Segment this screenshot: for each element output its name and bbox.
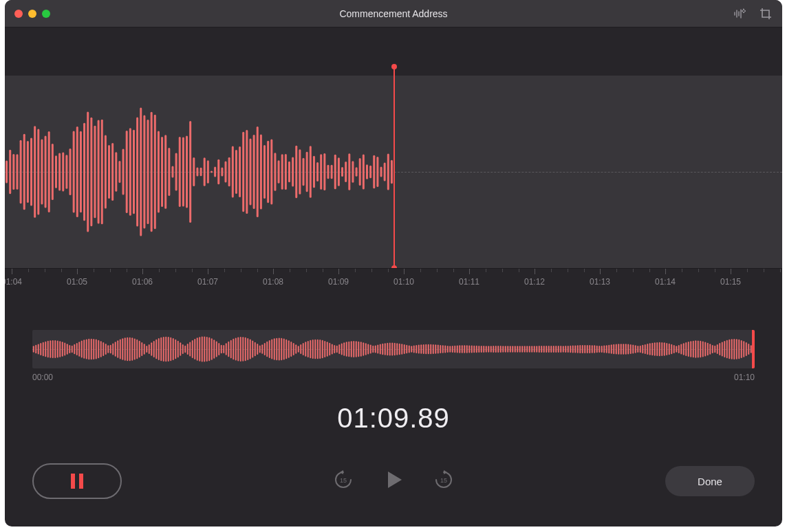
overview-end-time: 01:10 — [734, 373, 755, 382]
close-window-button[interactable] — [14, 10, 23, 18]
ruler-tick-label: 01:13 — [590, 277, 610, 287]
minimize-window-button[interactable] — [28, 10, 36, 18]
svg-text:15: 15 — [340, 477, 347, 484]
record-pause-button[interactable] — [32, 463, 122, 499]
time-ruler[interactable]: 01:0401:0501:0601:0701:0801:0901:1001:11… — [5, 268, 782, 296]
waveform-overview[interactable]: 00:00 01:10 — [32, 330, 755, 382]
title-bar: Commencement Address — [5, 0, 782, 27]
play-icon[interactable] — [381, 467, 406, 495]
crop-icon[interactable] — [759, 7, 773, 21]
elapsed-time-counter: 01:09.89 — [5, 403, 782, 434]
window-controls — [14, 10, 50, 18]
ruler-tick-label: 01:11 — [459, 277, 479, 287]
waveform-svg — [5, 76, 394, 268]
ruler-tick-label: 01:10 — [394, 277, 414, 287]
ruler-tick-label: 01:04 — [5, 277, 22, 287]
ruler-tick-label: 01:12 — [524, 277, 545, 287]
window-title: Commencement Address — [5, 8, 782, 19]
overview-start-time: 00:00 — [32, 373, 53, 382]
ruler-tick-label: 01:15 — [720, 277, 741, 287]
voice-memos-window: Commencement Address 01:0401:0501:0601:0… — [5, 0, 782, 527]
waveform-detail-track[interactable] — [5, 76, 782, 268]
skip-back-15-icon[interactable]: 15 — [333, 469, 354, 493]
skip-forward-15-icon[interactable]: 15 — [433, 469, 454, 493]
ruler-tick-label: 01:14 — [655, 277, 676, 287]
ruler-tick-label: 01:07 — [197, 277, 218, 287]
playhead[interactable] — [394, 67, 395, 268]
pause-icon — [79, 474, 83, 489]
waveform-sparkle-icon[interactable] — [733, 7, 746, 21]
zoom-window-button[interactable] — [42, 10, 50, 18]
transport-controls: 15 15 Done — [5, 463, 782, 527]
ruler-tick-label: 01:08 — [263, 277, 283, 287]
ruler-tick-label: 01:05 — [67, 277, 87, 287]
svg-text:15: 15 — [440, 477, 447, 484]
pause-icon — [71, 474, 75, 489]
overview-playhead[interactable] — [752, 330, 755, 368]
overview-waveform-svg — [32, 330, 755, 368]
ruler-tick-label: 01:06 — [132, 277, 153, 287]
svg-marker-415 — [388, 472, 402, 488]
done-button[interactable]: Done — [665, 466, 755, 496]
ruler-tick-label: 01:09 — [328, 277, 349, 287]
